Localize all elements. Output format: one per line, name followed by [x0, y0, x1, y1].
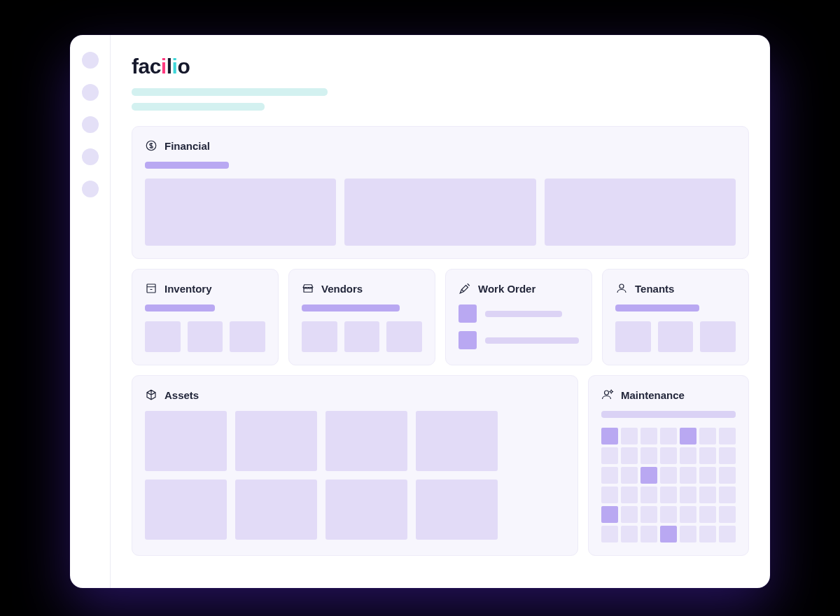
person-icon	[615, 282, 628, 295]
sidebar-item[interactable]	[82, 181, 99, 197]
tenants-widget[interactable]	[700, 321, 736, 352]
financial-widget[interactable]	[145, 178, 336, 246]
placeholder-line	[485, 311, 562, 317]
calendar-cell[interactable]	[719, 506, 736, 523]
calendar-cell[interactable]	[601, 506, 618, 523]
work-order-item[interactable]	[458, 331, 579, 349]
calendar-cell[interactable]	[719, 428, 736, 444]
asset-widget[interactable]	[145, 411, 227, 471]
calendar-cell[interactable]	[621, 506, 638, 523]
work-order-title: Work Order	[478, 283, 536, 295]
placeholder-line	[132, 103, 265, 111]
calendar-cell[interactable]	[621, 467, 638, 484]
calendar-cell[interactable]	[640, 506, 657, 523]
inventory-widget[interactable]	[145, 321, 181, 352]
calendar-cell[interactable]	[601, 447, 618, 464]
calendar-cell[interactable]	[680, 428, 696, 444]
sidebar-item[interactable]	[82, 148, 99, 165]
svg-rect-1	[147, 284, 155, 293]
sidebar	[70, 35, 111, 588]
maintenance-card[interactable]: Maintenance	[588, 375, 749, 556]
work-order-thumb	[458, 304, 477, 323]
calendar-cell[interactable]	[699, 467, 716, 484]
calendar-cell[interactable]	[640, 486, 657, 503]
calendar-cell[interactable]	[719, 486, 736, 503]
financial-card[interactable]: Financial	[132, 126, 749, 259]
calendar-cell[interactable]	[640, 526, 657, 542]
calendar-cell[interactable]	[660, 486, 677, 503]
calendar-cell[interactable]	[660, 447, 677, 464]
asset-widget[interactable]	[235, 411, 317, 471]
placeholder-bar	[302, 304, 400, 312]
calendar-cell[interactable]	[680, 526, 696, 542]
calendar-cell[interactable]	[719, 447, 736, 464]
assets-title: Assets	[164, 389, 199, 401]
asset-widget[interactable]	[326, 479, 407, 540]
calendar-cell[interactable]	[680, 506, 696, 523]
dollar-icon	[145, 139, 158, 152]
engineer-icon	[601, 388, 614, 401]
calendar-cell[interactable]	[601, 526, 618, 542]
storefront-icon	[302, 282, 314, 295]
calendar-cell[interactable]	[660, 428, 677, 444]
tenants-widget[interactable]	[615, 321, 651, 352]
calendar-cell[interactable]	[660, 467, 677, 484]
calendar-cell[interactable]	[601, 467, 618, 484]
calendar-cell[interactable]	[621, 526, 638, 542]
vendors-title: Vendors	[321, 283, 363, 295]
asset-widget[interactable]	[416, 411, 498, 471]
calendar-cell[interactable]	[621, 486, 638, 503]
cube-icon	[145, 388, 158, 401]
assets-card[interactable]: Assets	[132, 375, 578, 556]
inventory-title: Inventory	[164, 283, 212, 295]
calendar-cell[interactable]	[699, 428, 716, 444]
work-order-card[interactable]: Work Order	[445, 269, 592, 365]
calendar-cell[interactable]	[699, 486, 716, 503]
maintenance-title: Maintenance	[621, 389, 685, 401]
calendar-cell[interactable]	[719, 467, 736, 484]
calendar-cell[interactable]	[680, 486, 696, 503]
asset-widget[interactable]	[416, 479, 498, 540]
calendar-cell[interactable]	[699, 447, 716, 464]
calendar-cell[interactable]	[621, 428, 638, 444]
financial-widget[interactable]	[344, 178, 536, 246]
svg-point-4	[610, 391, 612, 393]
work-order-item[interactable]	[458, 304, 579, 323]
calendar-cell[interactable]	[680, 467, 696, 484]
calendar-cell[interactable]	[640, 428, 657, 444]
svg-point-2	[620, 284, 624, 288]
calendar-cell[interactable]	[601, 486, 618, 503]
vendors-card[interactable]: Vendors	[288, 269, 435, 365]
calendar-cell[interactable]	[621, 447, 638, 464]
financial-widget[interactable]	[545, 178, 736, 246]
calendar-cell[interactable]	[640, 467, 657, 484]
vendors-widget[interactable]	[344, 321, 380, 352]
asset-widget[interactable]	[235, 479, 317, 540]
sidebar-item[interactable]	[82, 52, 99, 69]
placeholder-bar	[601, 411, 736, 418]
placeholder-line	[132, 88, 328, 96]
vendors-widget[interactable]	[302, 321, 337, 352]
calendar-cell[interactable]	[680, 447, 696, 464]
calendar-cell[interactable]	[660, 506, 677, 523]
calendar-cell[interactable]	[601, 428, 618, 444]
asset-widget[interactable]	[326, 411, 407, 471]
placeholder-bar	[145, 162, 229, 169]
calendar-cell[interactable]	[640, 447, 657, 464]
inventory-widget[interactable]	[188, 321, 223, 352]
tenants-card[interactable]: Tenants	[602, 269, 749, 365]
vendors-widget[interactable]	[386, 321, 422, 352]
inventory-card[interactable]: Inventory	[132, 269, 279, 365]
asset-widget[interactable]	[145, 479, 227, 540]
calendar-cell[interactable]	[699, 526, 716, 542]
sidebar-item[interactable]	[82, 116, 99, 133]
tenants-widget[interactable]	[658, 321, 694, 352]
sidebar-item[interactable]	[82, 84, 99, 101]
maintenance-calendar[interactable]	[601, 428, 736, 542]
calendar-cell[interactable]	[660, 526, 677, 542]
calendar-cell[interactable]	[699, 506, 716, 523]
work-order-thumb	[458, 331, 477, 349]
inventory-widget[interactable]	[230, 321, 265, 352]
placeholder-bar	[145, 304, 215, 312]
calendar-cell[interactable]	[719, 526, 736, 542]
